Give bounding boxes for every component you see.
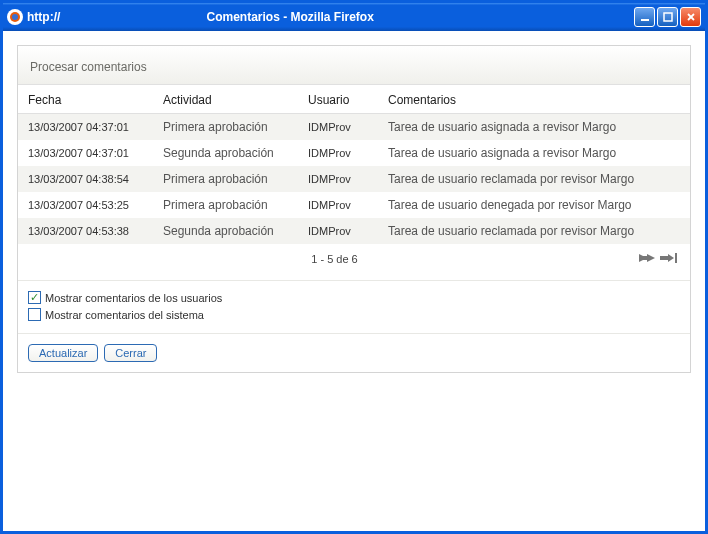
action-buttons: Actualizar Cerrar bbox=[18, 334, 690, 372]
pager-text: 1 - 5 de 6 bbox=[30, 253, 639, 265]
check-user-comments-row: Mostrar comentarios de los usuarios bbox=[28, 291, 680, 304]
cell-fecha: 13/03/2007 04:37:01 bbox=[18, 114, 153, 141]
column-header-actividad: Actividad bbox=[153, 85, 298, 114]
cell-fecha: 13/03/2007 04:37:01 bbox=[18, 140, 153, 166]
browser-window: http:// Comentarios - Mozilla Firefox Pr… bbox=[0, 0, 708, 534]
last-page-icon[interactable] bbox=[660, 252, 678, 266]
table-row: 13/03/2007 04:53:38Segunda aprobaciónIDM… bbox=[18, 218, 690, 244]
filter-checks: Mostrar comentarios de los usuarios Most… bbox=[18, 281, 690, 334]
column-header-comentarios: Comentarios bbox=[378, 85, 690, 114]
next-page-icon[interactable] bbox=[639, 252, 655, 266]
cell-actividad: Primera aprobación bbox=[153, 114, 298, 141]
firefox-icon bbox=[7, 9, 23, 25]
cell-fecha: 13/03/2007 04:53:38 bbox=[18, 218, 153, 244]
close-panel-button[interactable]: Cerrar bbox=[104, 344, 157, 362]
cell-actividad: Primera aprobación bbox=[153, 192, 298, 218]
cell-usuario: IDMProv bbox=[298, 140, 378, 166]
cell-usuario: IDMProv bbox=[298, 218, 378, 244]
cell-usuario: IDMProv bbox=[298, 114, 378, 141]
cell-usuario: IDMProv bbox=[298, 166, 378, 192]
svg-rect-7 bbox=[639, 256, 647, 260]
cell-comentario: Tarea de usuario denegada por revisor Ma… bbox=[378, 192, 690, 218]
pager-arrows bbox=[639, 252, 678, 266]
svg-rect-9 bbox=[660, 256, 668, 260]
table-row: 13/03/2007 04:53:25Primera aprobaciónIDM… bbox=[18, 192, 690, 218]
titlebar: http:// Comentarios - Mozilla Firefox bbox=[3, 3, 705, 31]
cell-actividad: Segunda aprobación bbox=[153, 140, 298, 166]
cell-usuario: IDMProv bbox=[298, 192, 378, 218]
column-header-fecha: Fecha bbox=[18, 85, 153, 114]
table-row: 13/03/2007 04:38:54Primera aprobaciónIDM… bbox=[18, 166, 690, 192]
comments-panel: Procesar comentarios Fecha Actividad Usu… bbox=[17, 45, 691, 373]
cell-comentario: Tarea de usuario reclamada por revisor M… bbox=[378, 166, 690, 192]
check-user-comments[interactable] bbox=[28, 291, 41, 304]
refresh-button[interactable]: Actualizar bbox=[28, 344, 98, 362]
cell-actividad: Primera aprobación bbox=[153, 166, 298, 192]
svg-marker-8 bbox=[647, 254, 655, 262]
comments-table: Fecha Actividad Usuario Comentarios 13/0… bbox=[18, 85, 690, 244]
svg-point-1 bbox=[12, 14, 18, 20]
cell-fecha: 13/03/2007 04:38:54 bbox=[18, 166, 153, 192]
window-controls bbox=[634, 7, 701, 27]
check-user-comments-label: Mostrar comentarios de los usuarios bbox=[45, 292, 222, 304]
svg-marker-10 bbox=[668, 254, 674, 262]
maximize-button[interactable] bbox=[657, 7, 678, 27]
comments-tbody: 13/03/2007 04:37:01Primera aprobaciónIDM… bbox=[18, 114, 690, 245]
check-system-comments-label: Mostrar comentarios del sistema bbox=[45, 309, 204, 321]
titlebar-url: http:// bbox=[27, 10, 60, 24]
panel-title: Procesar comentarios bbox=[18, 46, 690, 85]
table-row: 13/03/2007 04:37:01Segunda aprobaciónIDM… bbox=[18, 140, 690, 166]
cell-comentario: Tarea de usuario asignada a revisor Marg… bbox=[378, 114, 690, 141]
table-row: 13/03/2007 04:37:01Primera aprobaciónIDM… bbox=[18, 114, 690, 141]
client-area: Procesar comentarios Fecha Actividad Usu… bbox=[3, 31, 705, 531]
cell-comentario: Tarea de usuario asignada a revisor Marg… bbox=[378, 140, 690, 166]
cell-comentario: Tarea de usuario reclamada por revisor M… bbox=[378, 218, 690, 244]
svg-rect-2 bbox=[641, 19, 649, 21]
check-system-comments-row: Mostrar comentarios del sistema bbox=[28, 308, 680, 321]
cell-fecha: 13/03/2007 04:53:25 bbox=[18, 192, 153, 218]
pager: 1 - 5 de 6 bbox=[18, 244, 690, 281]
minimize-button[interactable] bbox=[634, 7, 655, 27]
check-system-comments[interactable] bbox=[28, 308, 41, 321]
svg-rect-11 bbox=[675, 253, 677, 263]
svg-rect-3 bbox=[664, 13, 672, 21]
close-button[interactable] bbox=[680, 7, 701, 27]
column-header-usuario: Usuario bbox=[298, 85, 378, 114]
cell-actividad: Segunda aprobación bbox=[153, 218, 298, 244]
window-title: Comentarios - Mozilla Firefox bbox=[66, 10, 634, 24]
